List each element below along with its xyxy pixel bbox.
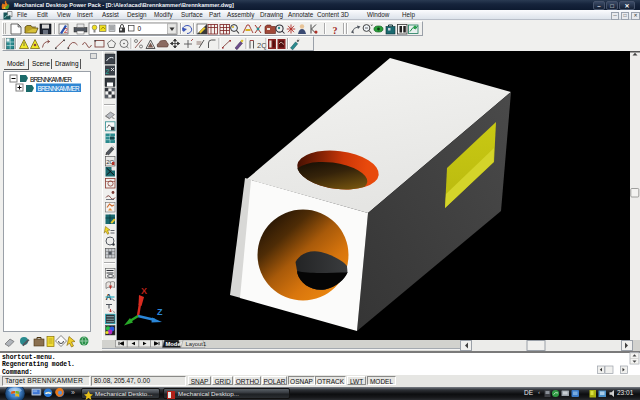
svg-text:Layout1: Layout1 (186, 341, 207, 347)
svg-text:BRENNKAMMER: BRENNKAMMER (38, 85, 80, 92)
svg-text:BRENNKAMMER: BRENNKAMMER (30, 76, 72, 83)
svg-text:?: ? (333, 25, 338, 36)
svg-text:2: 2 (64, 27, 68, 34)
svg-text:X: X (141, 286, 147, 296)
svg-text:2: 2 (106, 68, 110, 75)
svg-text:»: » (71, 389, 75, 396)
svg-text:0: 0 (138, 25, 142, 32)
svg-text:Model: Model (166, 341, 183, 347)
svg-text:Z: Z (157, 307, 163, 317)
